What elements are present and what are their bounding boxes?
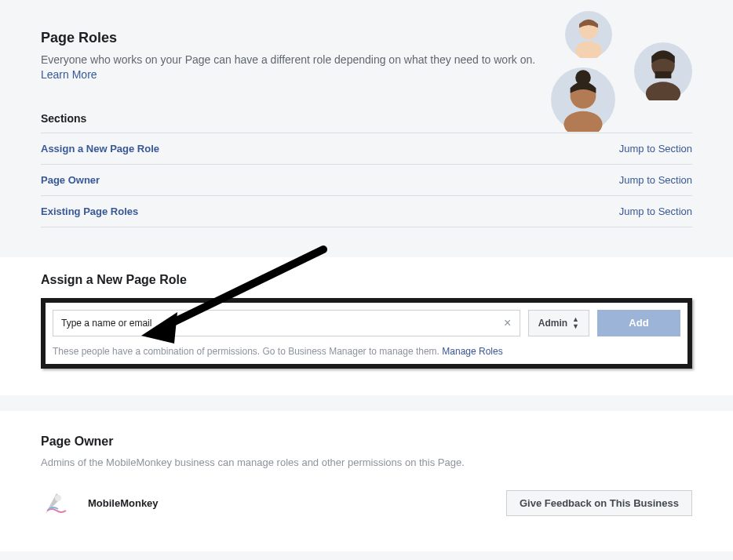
- avatar-illustration: [551, 6, 692, 132]
- name-email-input-wrap: ×: [53, 310, 520, 336]
- learn-more-link[interactable]: Learn More: [41, 68, 97, 81]
- section-link-assign[interactable]: Assign a New Page Role: [41, 143, 159, 155]
- avatar-icon: [634, 42, 692, 100]
- avatar-icon: [551, 67, 615, 132]
- jump-link[interactable]: Jump to Section: [619, 205, 692, 217]
- close-icon: ×: [504, 316, 511, 330]
- assign-highlight-box: × Admin ▲▼ Add These people have a combi…: [41, 298, 692, 369]
- owner-description: Admins of the MobileMonkey business can …: [41, 456, 692, 468]
- role-dropdown[interactable]: Admin ▲▼: [528, 310, 589, 336]
- section-row: Page Owner Jump to Section: [41, 165, 692, 196]
- svg-point-11: [55, 495, 61, 501]
- permissions-note: These people have a combination of permi…: [53, 346, 680, 357]
- svg-point-4: [646, 82, 680, 100]
- give-feedback-button[interactable]: Give Feedback on This Business: [506, 490, 692, 516]
- role-dropdown-label: Admin: [538, 318, 567, 329]
- section-link-existing[interactable]: Existing Page Roles: [41, 205, 138, 217]
- svg-rect-3: [655, 71, 672, 78]
- svg-point-1: [575, 41, 602, 58]
- manage-roles-link[interactable]: Manage Roles: [442, 346, 502, 357]
- add-button[interactable]: Add: [597, 310, 680, 336]
- jump-link[interactable]: Jump to Section: [619, 174, 692, 186]
- owner-section-title: Page Owner: [41, 435, 692, 449]
- sort-icon: ▲▼: [572, 316, 579, 330]
- section-row: Assign a New Page Role Jump to Section: [41, 133, 692, 165]
- name-email-input[interactable]: [53, 311, 496, 336]
- svg-point-7: [563, 111, 602, 132]
- avatar-icon: [565, 11, 612, 58]
- section-row: Existing Page Roles Jump to Section: [41, 196, 692, 227]
- business-logo-icon: [41, 487, 74, 520]
- clear-input-button[interactable]: ×: [496, 316, 520, 330]
- section-link-owner[interactable]: Page Owner: [41, 174, 100, 186]
- assign-section-title: Assign a New Page Role: [41, 273, 692, 287]
- business-name: MobileMonkey: [88, 497, 159, 509]
- jump-link[interactable]: Jump to Section: [619, 143, 692, 155]
